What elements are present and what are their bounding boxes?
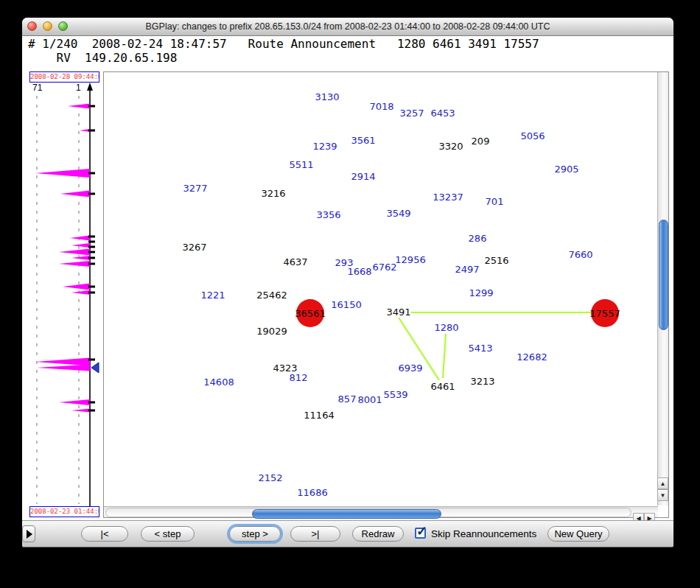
event-header-line2: RV 149.20.65.198	[28, 51, 177, 65]
event-header: # 1/240 2008-02-24 18:47:57 Route Announ…	[28, 37, 539, 65]
as-node-2497[interactable]: 2497	[455, 264, 479, 275]
as-node-3549[interactable]: 3549	[386, 208, 410, 219]
play-icon	[27, 530, 32, 539]
next-step-button[interactable]: step >	[229, 526, 281, 542]
window-title: BGPlay: changes to prefix 208.65.153.0/2…	[22, 21, 673, 32]
as-node-36561[interactable]: 36561	[295, 308, 325, 319]
zoom-button[interactable]	[58, 21, 68, 31]
as-node-6762[interactable]: 6762	[372, 262, 396, 273]
as-node-3277[interactable]: 3277	[183, 183, 207, 194]
as-node-286[interactable]: 286	[469, 233, 487, 244]
as-node-17557[interactable]: 17557	[589, 308, 620, 319]
skip-reannouncements-label: Skip Reannouncements	[431, 528, 536, 539]
as-node-3130[interactable]: 3130	[315, 91, 339, 102]
as-node-6461[interactable]: 6461	[430, 381, 455, 392]
as-node-209[interactable]: 209	[472, 136, 490, 147]
as-node-3561[interactable]: 3561	[351, 135, 375, 146]
as-path-edges	[104, 72, 668, 517]
as-node-3216[interactable]: 3216	[261, 188, 285, 199]
as-node-7660[interactable]: 7660	[568, 249, 592, 260]
event-header-line1: # 1/240 2008-02-24 18:47:57 Route Announ…	[28, 37, 539, 51]
as-node-2516[interactable]: 2516	[484, 255, 508, 266]
as-node-3267[interactable]: 3267	[182, 242, 206, 253]
as-node-5413[interactable]: 5413	[468, 343, 492, 354]
timeline-end-date: 2008-02-28 09:44:00	[29, 71, 99, 83]
as-node-1280[interactable]: 1280	[434, 322, 458, 333]
as-node-2914[interactable]: 2914	[351, 171, 375, 182]
as-node-14608[interactable]: 14608	[203, 377, 234, 388]
as-node-6453[interactable]: 6453	[430, 108, 455, 119]
as-node-3257[interactable]: 3257	[399, 108, 424, 119]
as-node-2152[interactable]: 2152	[258, 472, 282, 483]
go-last-button[interactable]: >|	[290, 526, 340, 542]
playback-toolbar: |< < step step > >| Redraw ✓ Skip Reanno…	[22, 520, 673, 547]
as-node-13237[interactable]: 13237	[433, 192, 463, 203]
as-node-3491[interactable]: 3491	[386, 307, 410, 318]
as-node-812[interactable]: 812	[290, 372, 308, 383]
topology-canvas[interactable]: 3130701832576453505635611239332020955112…	[103, 71, 669, 518]
bgplay-window: BGPlay: changes to prefix 208.65.153.0/2…	[22, 18, 673, 547]
timeline-activity-chart[interactable]	[29, 83, 101, 506]
as-node-16150[interactable]: 16150	[331, 299, 361, 310]
as-node-5539[interactable]: 5539	[383, 389, 407, 400]
go-first-button[interactable]: |<	[81, 526, 128, 542]
as-node-5056[interactable]: 5056	[520, 130, 545, 141]
close-button[interactable]	[27, 21, 37, 31]
timeline-start-date: 2008-02-23 01:44:00	[29, 506, 99, 517]
as-node-701[interactable]: 701	[486, 196, 504, 207]
as-node-1668[interactable]: 1668	[347, 266, 371, 277]
as-node-11164[interactable]: 11164	[304, 410, 334, 421]
title-bar: BGPlay: changes to prefix 208.65.153.0/2…	[22, 18, 673, 36]
checkmark-icon: ✓	[416, 523, 427, 539]
as-node-6939[interactable]: 6939	[398, 363, 422, 374]
as-node-7018[interactable]: 7018	[369, 101, 393, 112]
as-node-5511[interactable]: 5511	[289, 159, 313, 170]
as-node-1221[interactable]: 1221	[200, 290, 225, 301]
play-button[interactable]	[22, 525, 35, 542]
as-node-3213[interactable]: 3213	[470, 376, 494, 387]
new-query-button[interactable]: New Query	[547, 526, 609, 542]
as-node-3320[interactable]: 3320	[438, 141, 463, 152]
minimize-button[interactable]	[43, 21, 52, 31]
as-node-12682[interactable]: 12682	[517, 351, 547, 363]
as-node-11686[interactable]: 11686	[297, 487, 327, 498]
as-node-19029[interactable]: 19029	[256, 326, 287, 337]
as-node-2905[interactable]: 2905	[554, 164, 578, 175]
as-node-3356[interactable]: 3356	[316, 209, 340, 220]
skip-reannouncements-checkbox[interactable]: ✓	[415, 528, 426, 539]
as-node-4637[interactable]: 4637	[283, 256, 307, 267]
timeline-panel: 2008-02-28 09:44:00 71 1 2008-02-23 01:4…	[29, 71, 101, 518]
as-node-12956[interactable]: 12956	[395, 254, 425, 265]
as-node-1239[interactable]: 1239	[312, 141, 337, 152]
as-node-857[interactable]: 857	[338, 393, 357, 405]
as-node-8001[interactable]: 8001	[357, 394, 382, 405]
as-node-25462[interactable]: 25462	[256, 290, 287, 301]
as-node-1299[interactable]: 1299	[469, 287, 493, 298]
redraw-button[interactable]: Redraw	[352, 526, 404, 542]
prev-step-button[interactable]: < step	[141, 526, 195, 542]
